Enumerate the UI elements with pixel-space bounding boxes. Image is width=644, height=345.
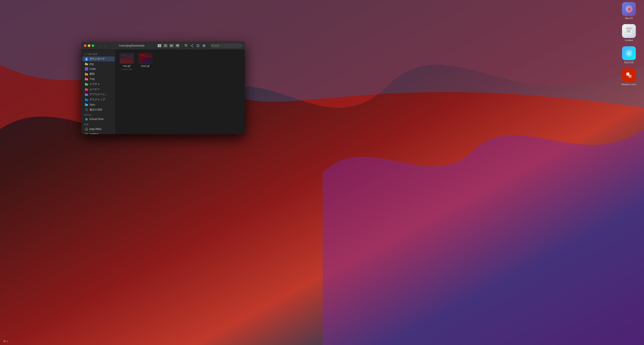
toolbar-right xyxy=(157,43,242,48)
svg-rect-61 xyxy=(140,54,152,56)
tmp-gif-name: tmp.gif xyxy=(123,64,130,67)
sidebar-item-sync[interactable]: Sync xyxy=(82,102,115,107)
tag-button[interactable] xyxy=(202,44,206,48)
svg-rect-65 xyxy=(140,56,142,63)
icloud-sync-label: 同步空间 xyxy=(624,61,634,64)
file-area[interactable]: tmp.gif 2,940×1,922 xyxy=(116,50,245,134)
desktop-icon-icloud-sync[interactable]: 同步空间 xyxy=(620,46,638,64)
code-icon xyxy=(85,67,88,71)
sidebar-item-pictures[interactable]: ピクチャ xyxy=(82,82,115,87)
sidebar-item-books[interactable]: 書類 xyxy=(82,72,115,77)
file-item-tmp-gif[interactable]: tmp.gif 2,940×1,922 xyxy=(119,53,134,70)
svg-rect-11 xyxy=(628,75,632,78)
action-button[interactable] xyxy=(196,44,200,48)
macos-icon-img: 🍎 xyxy=(622,2,636,16)
path-display: /Users/jing/Downloads xyxy=(108,44,155,47)
maximize-button[interactable] xyxy=(92,44,94,47)
svg-rect-20 xyxy=(171,45,172,47)
desktop: 🍎 MacOS Untitled xyxy=(0,0,644,345)
file-grid: tmp.gif 2,940×1,922 xyxy=(119,53,242,70)
svg-point-39 xyxy=(203,45,205,46)
icloud-drive-icon xyxy=(85,117,88,121)
svg-point-53 xyxy=(122,55,123,56)
sort-button[interactable] xyxy=(184,44,188,48)
share-button[interactable] xyxy=(190,44,194,48)
pictures-icon xyxy=(85,83,88,86)
svg-point-36 xyxy=(198,45,198,45)
svg-rect-26 xyxy=(184,44,188,45)
svg-point-40 xyxy=(212,45,213,46)
svg-rect-14 xyxy=(158,46,159,47)
search-input[interactable] xyxy=(214,44,240,47)
sync-label: Sync xyxy=(90,103,95,106)
sidebar-item-mac[interactable]: jingのiMac xyxy=(82,127,115,132)
sidebar-item-desktop[interactable]: デスクトップ xyxy=(82,97,115,102)
tmp2-gif-thumbnail xyxy=(138,53,152,64)
sidebar-item-code[interactable]: Code xyxy=(82,67,115,71)
svg-rect-21 xyxy=(172,45,173,47)
sidebar-item-icloud-drive[interactable]: iCloud Drive xyxy=(82,117,115,121)
tmp-icon xyxy=(85,77,88,81)
svg-rect-45 xyxy=(86,130,87,130)
sidebar-item-apps[interactable]: アプリケーシ... xyxy=(82,92,115,97)
svg-rect-4 xyxy=(626,28,632,29)
list-view-button[interactable] xyxy=(163,44,168,48)
sidebar-item-tmp[interactable]: Tmp xyxy=(82,77,115,81)
untitled-volume-label: Untitled xyxy=(90,133,98,134)
svg-rect-24 xyxy=(177,46,178,47)
books-icon xyxy=(85,72,88,76)
finder-main: よく使う項目 ダウンロード xyxy=(81,50,245,134)
sidebar-item-untitled-volume[interactable]: Untitled xyxy=(82,132,115,134)
svg-line-33 xyxy=(191,45,193,46)
sidebar-item-movies[interactable]: ムービー xyxy=(82,87,115,92)
close-button[interactable] xyxy=(84,44,86,47)
svg-text:🍎: 🍎 xyxy=(627,7,631,11)
recent-icon xyxy=(85,108,88,112)
desktop-icon-macos[interactable]: 🍎 MacOS xyxy=(620,2,638,20)
sidebar: よく使う項目 ダウンロード xyxy=(81,50,116,134)
svg-point-63 xyxy=(142,55,143,56)
search-box[interactable] xyxy=(210,43,242,48)
svg-rect-50 xyxy=(120,54,134,63)
apps-label: アプリケーシ... xyxy=(90,93,107,96)
back-arrow[interactable]: ‹ xyxy=(98,44,102,48)
svg-rect-60 xyxy=(140,54,152,63)
gallery-view-button[interactable] xyxy=(175,44,180,48)
mac-icon xyxy=(85,128,88,131)
svg-rect-56 xyxy=(121,56,124,63)
icloud-sync-icon-img xyxy=(622,46,636,60)
desktop-icon-parallels[interactable]: Manjaro Linux xyxy=(620,68,638,86)
jing-label: jing xyxy=(90,63,94,66)
svg-rect-25 xyxy=(178,46,179,47)
svg-rect-22 xyxy=(176,45,179,46)
icloud-drive-label: iCloud Drive xyxy=(90,118,104,121)
svg-rect-5 xyxy=(627,30,631,31)
separator-1 xyxy=(182,44,182,47)
file-item-tmp2-gif[interactable]: tmp2.gif xyxy=(138,53,153,70)
recent-label: 最近の項目 xyxy=(90,108,102,112)
svg-point-54 xyxy=(123,55,124,56)
svg-line-34 xyxy=(191,46,193,47)
sidebar-item-downloads[interactable]: ダウンロード xyxy=(82,57,115,61)
untitled-icon-img xyxy=(622,24,636,38)
search-icon xyxy=(212,45,214,47)
sidebar-item-recent[interactable]: 最近の項目 xyxy=(82,107,115,112)
shared-label: 共有 xyxy=(81,122,116,126)
svg-rect-58 xyxy=(138,53,152,64)
untitled-label: Untitled xyxy=(625,39,633,42)
forward-arrow[interactable]: › xyxy=(102,44,106,48)
desktop-icon-untitled[interactable]: Untitled xyxy=(620,24,638,42)
svg-rect-49 xyxy=(120,53,134,64)
hotkey-symbol: ⌘ xyxy=(3,340,6,343)
hotkey-indicator: ⌘ n xyxy=(3,340,8,343)
sidebar-item-jing[interactable]: jing xyxy=(82,62,115,66)
svg-rect-28 xyxy=(185,46,186,47)
column-view-button[interactable] xyxy=(169,44,174,48)
movies-label: ムービー xyxy=(90,87,100,91)
pictures-label: ピクチャ xyxy=(90,82,100,86)
svg-rect-12 xyxy=(158,45,159,46)
minimize-button[interactable] xyxy=(88,44,90,47)
icon-view-button[interactable] xyxy=(157,44,162,48)
desktop-label: デスクトップ xyxy=(90,98,105,101)
icloud-label: iCloud xyxy=(81,112,116,117)
